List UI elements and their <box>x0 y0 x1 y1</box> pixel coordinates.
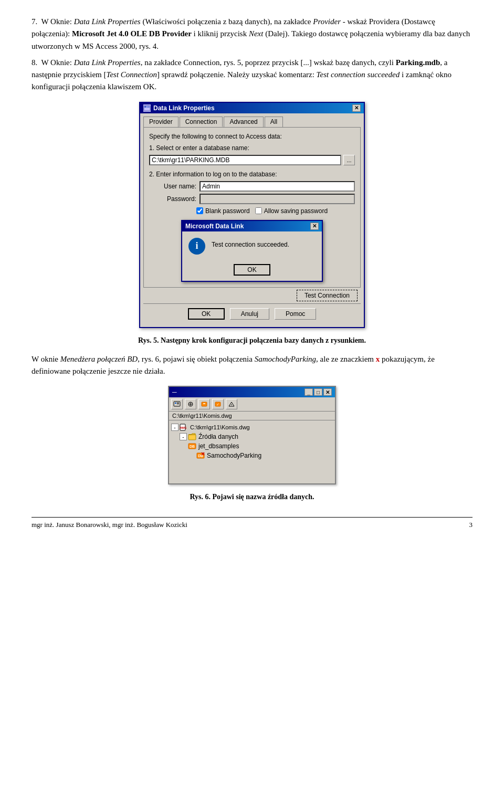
p7-italic: Data Link Properties <box>74 17 141 26</box>
ok-button[interactable]: OK <box>188 308 225 320</box>
dwg-file-icon: DWG <box>180 423 188 431</box>
cm-toolbar-btn-5[interactable] <box>226 399 237 409</box>
mdl-close-button[interactable]: ✕ <box>310 223 319 230</box>
cm-title: ─ <box>172 388 177 396</box>
db-name-row: ... <box>149 155 355 165</box>
tree-label-dwg: C:\tkm\gr11\Komis.dwg <box>190 424 250 430</box>
after-italic2: SamochodyParking <box>255 355 316 363</box>
cm-toolbar-btn-2[interactable] <box>185 399 196 409</box>
fig6-caption: Rys. 6. Pojawi się nazwa źródła danych. <box>32 493 472 501</box>
blank-password-checkbox[interactable] <box>196 207 203 214</box>
p8-italic3: Test connection succeeded <box>317 70 400 79</box>
tree-item-samochody-parking[interactable]: DB SamochodyParking <box>196 451 333 460</box>
svg-rect-2 <box>147 106 150 107</box>
paragraph-8: 8. W Oknie: Data Link Properties, na zak… <box>32 57 472 93</box>
p7-italic3: Next <box>249 29 264 38</box>
mdl-titlebar: Microsoft Data Link ✕ <box>182 221 322 231</box>
connection-desc: Specify the following to connect to Acce… <box>149 133 355 140</box>
mdl-content: i Test connection succeeded. <box>182 231 322 261</box>
cm-toolbar-btn-1[interactable] <box>171 399 183 409</box>
p7-normal: (Właściwości połączenia z bazą danych), … <box>141 17 313 26</box>
cm-toolbar-btn-4[interactable]: ✓ <box>212 399 224 409</box>
tab-connection[interactable]: Connection <box>180 117 223 127</box>
cancel-button[interactable]: Anuluj <box>230 308 269 320</box>
tree-item-datasources[interactable]: - Źródła danych <box>180 432 333 441</box>
cm-path-bar: C:\tkm\gr11\Komis.dwg <box>169 412 335 420</box>
test-connection-button[interactable]: Test Connection <box>297 290 358 301</box>
window-title: Data Link Properties <box>153 104 215 112</box>
username-input[interactable] <box>200 181 355 192</box>
svg-text:✓: ✓ <box>216 403 219 406</box>
p8-normal: , na zakładce Connection, rys. 5, poprze… <box>141 58 396 67</box>
cm-titlebar-buttons: _ □ ✕ <box>304 388 332 396</box>
close-button[interactable]: ✕ <box>352 104 361 112</box>
svg-rect-18 <box>188 435 196 440</box>
browse-button[interactable]: ... <box>343 155 355 165</box>
tree-item-dwg[interactable]: - DWG C:\tkm\gr11\Komis.dwg <box>171 423 333 432</box>
paragraph-7: 7. W Oknie: Data Link Properties (Właści… <box>32 16 472 52</box>
cm-tree: - DWG C:\tkm\gr11\Komis.dwg - <box>171 423 333 460</box>
username-label: User name: <box>149 183 196 190</box>
tree-expand-datasources[interactable]: - <box>180 433 187 440</box>
mdl-message: Test connection succeeded. <box>212 238 289 248</box>
page-number: 3 <box>469 521 473 529</box>
svg-rect-7 <box>177 404 179 404</box>
jet-dbsamples-icon: DB <box>188 442 196 450</box>
main-button-row: OK Anuluj Pomoc <box>143 303 361 324</box>
tabs-bar: Provider Connection Advanced All <box>143 117 361 127</box>
p8-italic: Data Link Properties <box>74 58 141 67</box>
password-input <box>200 194 355 204</box>
svg-rect-5 <box>175 403 176 404</box>
info-icon: i <box>188 238 205 255</box>
connection-manager-window: ─ _ □ ✕ ✓ C:\tkm\gr11\Komis.dwg - <box>168 386 336 484</box>
step2-label: 2. Enter information to log on to the da… <box>149 171 355 178</box>
tree-label-samochody-parking: SamochodyParking <box>207 452 261 459</box>
svg-rect-3 <box>147 107 150 108</box>
cm-close-button[interactable]: ✕ <box>323 388 332 396</box>
login-grid: User name: Password: <box>149 181 355 204</box>
blank-password-item: Blank password <box>196 207 250 215</box>
cm-toolbar-btn-3[interactable] <box>198 399 210 409</box>
tree-expand-dwg[interactable]: - <box>171 424 178 431</box>
p8-bold: Parking.mdb <box>396 58 440 67</box>
tree-label-jet-dbsamples: jet_dbsamples <box>198 442 239 450</box>
microsoft-data-link-popup: Microsoft Data Link ✕ i Test connection … <box>181 220 323 282</box>
allow-save-checkbox[interactable] <box>255 207 262 214</box>
titlebar-left: Data Link Properties <box>143 104 215 112</box>
svg-rect-1 <box>144 106 146 108</box>
tree-item-jet-dbsamples[interactable]: DB jet_dbsamples <box>188 441 333 451</box>
paragraph-after-fig5: W oknie Menedżera połączeń BD, rys. 6, p… <box>32 353 472 378</box>
p8-normal3: ] sprawdź połączenie. Należy uzyskać kom… <box>157 70 317 79</box>
cm-tree-content: - DWG C:\tkm\gr11\Komis.dwg - <box>169 420 335 483</box>
tab-provider[interactable]: Provider <box>143 117 178 127</box>
after-text1: W oknie <box>32 355 60 363</box>
samochody-parking-icon: DB <box>196 451 205 460</box>
help-button[interactable]: Pomoc <box>275 308 316 320</box>
p7-num: 7. W Oknie: <box>32 17 74 26</box>
cm-maximize-button[interactable]: □ <box>314 388 322 396</box>
p7-italic2: Provider <box>313 17 341 26</box>
data-link-properties-window: Data Link Properties ✕ Provider Connecti… <box>139 102 365 328</box>
test-connection-row: Test Connection <box>143 288 361 303</box>
page-footer: mgr inż. Janusz Bonarowski, mgr inż. Bog… <box>32 517 472 529</box>
svg-rect-6 <box>177 403 179 403</box>
db-path-input[interactable] <box>149 155 341 165</box>
svg-marker-19 <box>188 434 195 435</box>
svg-text:DWG: DWG <box>180 426 187 429</box>
tab-content-connection: Specify the following to connect to Acce… <box>143 127 361 288</box>
after-text2: , rys. 6, pojawi się obiekt połączenia <box>138 355 254 363</box>
mdl-title: Microsoft Data Link <box>185 223 244 230</box>
after-italic1: Menedżera połączeń BD <box>60 355 138 363</box>
after-text3: , ale ze znaczkiem <box>316 355 376 363</box>
tab-all[interactable]: All <box>265 117 283 127</box>
cm-minimize-button[interactable]: _ <box>304 388 313 396</box>
allow-save-label: Allow saving password <box>264 207 328 215</box>
cm-toolbar: ✓ <box>169 397 335 412</box>
footer-author: mgr inż. Janusz Bonarowski, mgr inż. Bog… <box>32 521 187 529</box>
tab-advanced[interactable]: Advanced <box>224 117 263 127</box>
p7-normal3: i kliknij przycisk <box>192 29 249 38</box>
window-icon <box>143 104 151 112</box>
fig5-caption: Rys. 5. Następny krok konfiguracji połąc… <box>32 336 472 345</box>
mdl-ok-button[interactable]: OK <box>234 264 270 276</box>
datasources-icon <box>188 433 196 441</box>
